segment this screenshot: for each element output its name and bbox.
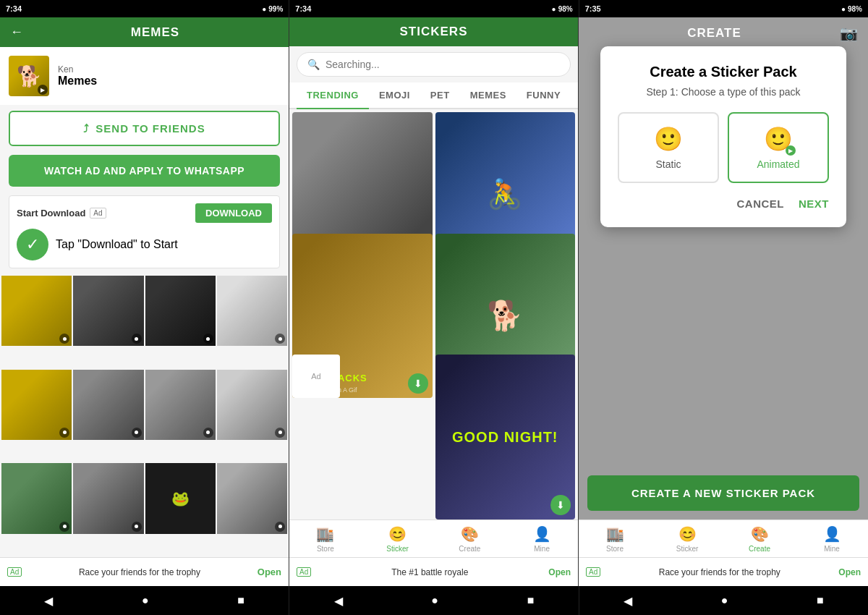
bottom-ad-text: Race your friends for the trophy [79, 567, 200, 577]
android-nav-bar: ◀ ● ■ ◀ ● ■ ◀ ● ■ [0, 586, 868, 615]
create-sticker-modal: Create a Sticker Pack Step 1: Choose a t… [600, 46, 846, 227]
android-nav-screen3: ◀ ● ■ [579, 586, 868, 615]
bottom-ad-screen2: Ad The #1 battle royale Open [289, 557, 578, 586]
meme-item[interactable] [145, 370, 216, 440]
play-icon: ▶ [38, 85, 48, 95]
recent-nav-btn3[interactable]: ■ [817, 594, 824, 607]
meme-item[interactable] [73, 463, 143, 533]
static-face-icon: 🙂 [654, 125, 683, 153]
tab-memes[interactable]: MEMES [460, 82, 516, 108]
modal-actions: CANCEL NEXT [618, 198, 829, 210]
status-icons-screen3: ● 98% [841, 5, 862, 13]
nav-sticker[interactable]: 😊 Sticker [362, 520, 434, 557]
animated-face-wrapper: 🙂 ▶ [764, 125, 793, 153]
memes-title: MEMES [32, 25, 278, 40]
bottom-ad-open[interactable]: Open [258, 567, 281, 577]
search-input[interactable] [326, 59, 560, 70]
meme-item[interactable]: 🐸 [145, 463, 216, 533]
watch-label: WATCH AD AND APPLY TO WHATSAPP [44, 165, 244, 177]
static-label: Static [655, 158, 681, 170]
bottom-ad2-text: The #1 battle royale [391, 567, 468, 577]
time-screen3: 7:35 [585, 4, 601, 13]
back-nav-btn2[interactable]: ◀ [334, 594, 343, 608]
ad-start-label: Start Download [17, 208, 85, 219]
tab-trending[interactable]: TRENDING [297, 82, 369, 108]
ad-content: ✓ Tap "Download" to Start [17, 229, 272, 260]
status-bar-screen2: 7:34 ● 98% [289, 0, 579, 17]
sticker-icon: 😊 [388, 525, 407, 543]
share-icon: ⤴ [83, 122, 90, 135]
tabs-row: TRENDING EMOJI PET MEMES FUNNY [289, 82, 578, 109]
meme-item[interactable] [217, 276, 287, 346]
screen-stickers: STICKERS 🔍 TRENDING EMOJI PET MEMES FUNN… [289, 17, 579, 586]
tab-pet[interactable]: PET [420, 82, 460, 108]
animated-label: Animated [757, 158, 799, 170]
status-icons-screen1: ● 99% [262, 5, 283, 13]
modal-subtitle: Step 1: Choose a type of this pack [618, 86, 829, 98]
nav-store[interactable]: 🏬 Store [289, 520, 362, 557]
bottom-ad2-open[interactable]: Open [548, 567, 571, 577]
meme-item[interactable] [217, 370, 287, 440]
animated-option[interactable]: 🙂 ▶ Animated [728, 112, 829, 183]
meme-item[interactable] [145, 276, 216, 346]
meme-item[interactable] [1, 276, 72, 346]
username: Ken [58, 64, 97, 75]
profile-section: 🐕 ▶ Ken Memes [0, 47, 289, 105]
channel-name: Memes [58, 75, 97, 88]
profile-image: 🐕 ▶ [9, 56, 49, 96]
nav-create-label: Create [459, 545, 480, 553]
modal-title: Create a Sticker Pack [618, 64, 829, 80]
time-screen2: 7:34 [295, 4, 311, 13]
tab-funny[interactable]: FUNNY [516, 82, 571, 108]
nav-mine[interactable]: 👤 Mine [506, 520, 578, 557]
back-nav-btn3[interactable]: ◀ [624, 594, 632, 608]
screen-create: CREATE 📷 Create a Sticker Pack Step 1: C… [579, 17, 868, 586]
home-nav-btn[interactable]: ● [142, 594, 149, 607]
back-nav-btn[interactable]: ◀ [44, 594, 53, 608]
ad2-icon: Ad [297, 567, 311, 577]
meme-item[interactable] [1, 370, 72, 440]
sticker-item[interactable]: GOOD NIGHT! ⬇ [435, 355, 576, 519]
play-badge-icon: ▶ [786, 145, 796, 156]
bottom-ad-screen1: Ad Race your friends for the trophy Open [0, 557, 289, 586]
store-icon: 🏬 [316, 525, 334, 543]
ad-icon: Ad [7, 567, 22, 577]
meme-item[interactable] [73, 370, 143, 440]
meme-item[interactable] [1, 463, 72, 533]
ad-section: Start Download Ad DOWNLOAD ✓ Tap "Downlo… [9, 195, 280, 268]
cancel-button[interactable]: CANCEL [736, 198, 784, 210]
recent-nav-btn2[interactable]: ■ [527, 594, 535, 607]
ad-badge: Ad [90, 208, 106, 219]
meme-item[interactable] [73, 276, 143, 346]
status-bar-screen3: 7:35 ● 98% [579, 0, 868, 17]
tab-emoji[interactable]: EMOJI [369, 82, 420, 108]
modal-overlay: Create a Sticker Pack Step 1: Choose a t… [579, 17, 868, 586]
send-label: SEND TO FRIENDS [95, 122, 205, 135]
profile-info: Ken Memes [58, 64, 97, 88]
memes-header: ← MEMES [0, 17, 289, 47]
android-nav-screen1: ◀ ● ■ [0, 586, 289, 615]
status-icons-screen2: ● 98% [552, 5, 573, 13]
ad-tap-label: Tap "Download" to Start [56, 238, 178, 251]
android-nav-screen2: ◀ ● ■ [289, 586, 579, 615]
home-nav-btn3[interactable]: ● [721, 594, 728, 607]
home-nav-btn2[interactable]: ● [431, 594, 438, 607]
next-button[interactable]: NEXT [799, 198, 829, 210]
meme-item[interactable] [217, 463, 287, 533]
nav-create[interactable]: 🎨 Create [434, 520, 506, 557]
time-screen1: 7:34 [6, 4, 22, 13]
check-icon: ✓ [17, 229, 48, 260]
sticker-grid: ⬇ 🚴 ⬇ GO D-BACKS 🔒 Sealed With A Gif ⬇ 🐕… [289, 109, 578, 519]
send-to-friends-button[interactable]: ⤴ SEND TO FRIENDS [9, 111, 280, 146]
search-bar[interactable]: 🔍 [297, 52, 571, 77]
nav-sticker-label: Sticker [386, 545, 409, 553]
download-button[interactable]: DOWNLOAD [195, 203, 272, 223]
back-icon[interactable]: ← [10, 25, 23, 40]
search-icon: 🔍 [307, 59, 320, 70]
recent-nav-btn[interactable]: ■ [237, 594, 244, 607]
watch-ad-button[interactable]: WATCH AD AND APPLY TO WHATSAPP [9, 155, 280, 187]
mine-icon: 👤 [533, 525, 551, 543]
sticker-download-btn[interactable]: ⬇ [550, 495, 571, 515]
sticker-download-btn[interactable]: ⬇ [408, 373, 428, 394]
static-option[interactable]: 🙂 Static [618, 112, 719, 183]
